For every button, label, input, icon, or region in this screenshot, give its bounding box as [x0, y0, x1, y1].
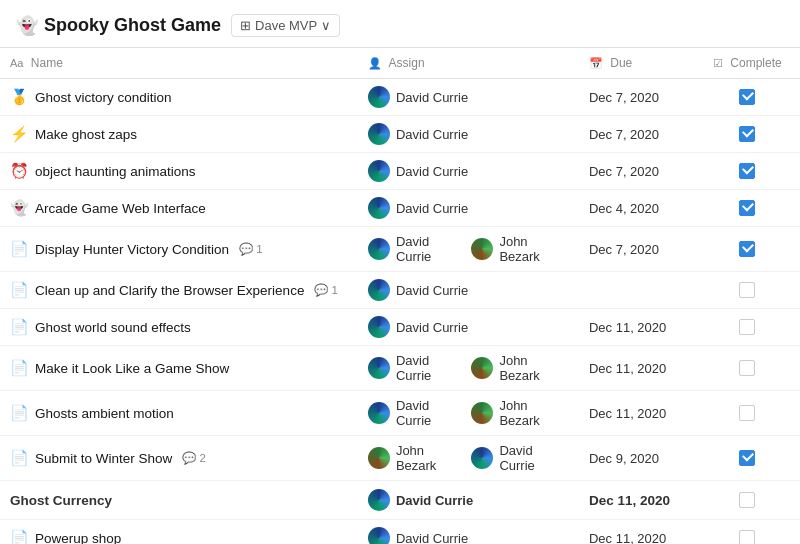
avatar [368, 279, 390, 301]
col-header-complete: ☑ Complete [695, 48, 800, 79]
comment-badge: 💬 1 [239, 242, 263, 256]
task-name[interactable]: Ghost world sound effects [35, 320, 191, 335]
row-icon: 📄 [10, 529, 29, 544]
assign-cell: David Currie John Bezark [358, 391, 579, 436]
assignee-name: David Currie [396, 164, 468, 179]
assign-cell: David Currie [358, 309, 579, 346]
group-name-text: Ghost Currency [10, 493, 112, 508]
complete-col-icon: ☑ [713, 57, 723, 69]
avatar [471, 357, 493, 379]
task-name[interactable]: object haunting animations [35, 164, 196, 179]
assign-cell: David Currie [358, 116, 579, 153]
complete-checkbox[interactable] [739, 163, 755, 179]
task-name[interactable]: Make it Look Like a Game Show [35, 361, 229, 376]
complete-cell[interactable] [695, 520, 800, 545]
task-name[interactable]: Submit to Winter Show [35, 451, 172, 466]
due-col-icon: 📅 [589, 57, 603, 69]
table-row: ⏰ object haunting animations David Curri… [0, 153, 800, 190]
due-cell: Dec 11, 2020 [579, 481, 695, 520]
complete-cell[interactable] [695, 481, 800, 520]
title-icon: 👻 [16, 15, 38, 37]
assignee-name: John Bezark [499, 398, 569, 428]
assignee-name: David Currie [396, 398, 466, 428]
task-name[interactable]: Clean up and Clarify the Browser Experie… [35, 283, 304, 298]
row-icon: ⚡ [10, 125, 29, 143]
task-name[interactable]: Powerup shop [35, 531, 121, 545]
complete-cell[interactable] [695, 272, 800, 309]
assignee-name: David Currie [396, 283, 468, 298]
task-name[interactable]: Ghost victory condition [35, 90, 172, 105]
assign-col-icon: 👤 [368, 57, 382, 69]
col-header-name: Aa Name [0, 48, 358, 79]
complete-checkbox[interactable] [739, 200, 755, 216]
complete-checkbox[interactable] [739, 241, 755, 257]
due-cell: Dec 11, 2020 [579, 309, 695, 346]
name-cell: 📄 Powerup shop [0, 520, 358, 545]
complete-cell[interactable] [695, 153, 800, 190]
table-row: 📄 Ghosts ambient motion David Currie Joh… [0, 391, 800, 436]
name-cell: ⚡ Make ghost zaps [0, 116, 358, 153]
group-name: Ghost Currency [0, 481, 358, 520]
complete-checkbox[interactable] [739, 319, 755, 335]
name-cell: 📄 Ghost world sound effects [0, 309, 358, 346]
row-icon: 📄 [10, 240, 29, 258]
due-cell: Dec 7, 2020 [579, 116, 695, 153]
avatar [471, 402, 493, 424]
table-row: 📄 Submit to Winter Show 💬 2 John Bezark … [0, 436, 800, 481]
avatar [368, 238, 390, 260]
page-title: 👻 Spooky Ghost Game [16, 15, 221, 37]
name-cell: ⏰ object haunting animations [0, 153, 358, 190]
complete-cell[interactable] [695, 346, 800, 391]
complete-checkbox[interactable] [739, 89, 755, 105]
complete-cell[interactable] [695, 391, 800, 436]
table-row: Ghost Currency David Currie Dec 11, 2020 [0, 481, 800, 520]
name-cell: 👻 Arcade Game Web Interface [0, 190, 358, 227]
task-name[interactable]: Display Hunter Victory Condition [35, 242, 229, 257]
task-name[interactable]: Make ghost zaps [35, 127, 137, 142]
assignee-name: John Bezark [499, 234, 569, 264]
assignee-name: David Currie [396, 201, 468, 216]
task-table: Aa Name 👤 Assign 📅 Due ☑ Complete [0, 48, 800, 544]
table-header-row: Aa Name 👤 Assign 📅 Due ☑ Complete [0, 48, 800, 79]
col-header-assign: 👤 Assign [358, 48, 579, 79]
complete-checkbox[interactable] [739, 282, 755, 298]
due-cell: Dec 11, 2020 [579, 520, 695, 545]
complete-checkbox[interactable] [739, 126, 755, 142]
task-name[interactable]: Arcade Game Web Interface [35, 201, 206, 216]
assign-cell: David Currie [358, 272, 579, 309]
complete-cell[interactable] [695, 309, 800, 346]
view-label: Dave MVP [255, 18, 317, 33]
due-cell: Dec 7, 2020 [579, 227, 695, 272]
assign-cell: John Bezark David Currie [358, 436, 579, 481]
complete-checkbox[interactable] [739, 360, 755, 376]
complete-cell[interactable] [695, 116, 800, 153]
due-cell [579, 272, 695, 309]
header: 👻 Spooky Ghost Game ⊞ Dave MVP ∨ [0, 0, 800, 48]
complete-checkbox[interactable] [739, 530, 755, 544]
complete-cell[interactable] [695, 190, 800, 227]
avatar [368, 86, 390, 108]
row-icon: 📄 [10, 318, 29, 336]
complete-checkbox[interactable] [739, 405, 755, 421]
task-name[interactable]: Ghosts ambient motion [35, 406, 174, 421]
due-cell: Dec 4, 2020 [579, 190, 695, 227]
due-cell: Dec 7, 2020 [579, 79, 695, 116]
assignee-name: David Currie [396, 90, 468, 105]
complete-checkbox[interactable] [739, 450, 755, 466]
assignee-name: David Currie [499, 443, 569, 473]
complete-cell[interactable] [695, 436, 800, 481]
due-cell: Dec 7, 2020 [579, 153, 695, 190]
comment-badge: 💬 2 [182, 451, 206, 465]
complete-cell[interactable] [695, 79, 800, 116]
view-selector[interactable]: ⊞ Dave MVP ∨ [231, 14, 340, 37]
complete-cell[interactable] [695, 227, 800, 272]
complete-checkbox[interactable] [739, 492, 755, 508]
table-row: 👻 Arcade Game Web Interface David Currie… [0, 190, 800, 227]
avatar [368, 447, 390, 469]
row-icon: 📄 [10, 359, 29, 377]
name-cell: 📄 Display Hunter Victory Condition 💬 1 [0, 227, 358, 272]
assignee-name: David Currie [396, 320, 468, 335]
name-cell: 📄 Clean up and Clarify the Browser Exper… [0, 272, 358, 309]
avatar [471, 238, 493, 260]
due-cell: Dec 11, 2020 [579, 346, 695, 391]
